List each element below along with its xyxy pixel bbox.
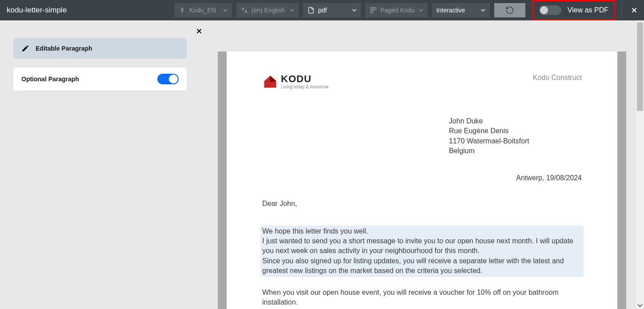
page-background: KODU Living today & tomorrow Kodu Constr…	[218, 52, 626, 309]
house-icon	[262, 74, 278, 90]
divider	[621, 3, 622, 17]
chevron-down-icon	[352, 8, 356, 12]
format-dropdown-label: pdf	[318, 7, 327, 14]
recipient-city: 1170 Watermael-Boitsfort	[449, 136, 582, 146]
editable-paragraph-content[interactable]: We hope this letter finds you well. I ju…	[260, 226, 584, 277]
date-line: Antwerp, 19/08/2024	[262, 174, 582, 182]
mode-dropdown[interactable]: Interactive	[432, 3, 490, 17]
undo-icon	[505, 6, 514, 15]
chevron-down-icon	[290, 8, 294, 12]
scrollbar-thumb[interactable]	[637, 22, 643, 111]
sidebar: Editable Paragraph Optional Paragraph	[0, 20, 200, 309]
editable-paragraph-card[interactable]: Editable Paragraph	[13, 38, 187, 59]
mode-dropdown-label: Interactive	[436, 7, 465, 14]
language-dropdown-label: (en) English	[252, 7, 285, 14]
language-dropdown[interactable]: (en) English	[236, 3, 299, 17]
chevron-down-icon	[419, 8, 423, 12]
document-title: kodu-letter-simple	[4, 6, 67, 15]
translate-icon	[241, 7, 248, 14]
pin-icon	[179, 7, 186, 14]
close-icon	[630, 6, 638, 14]
logo: KODU Living today & tomorrow	[262, 74, 328, 90]
close-button[interactable]	[629, 5, 640, 16]
optional-paragraph-label: Optional Paragraph	[21, 75, 79, 83]
chevron-down-icon	[223, 8, 228, 12]
optional-paragraph-content: When you visit our open house event, you…	[262, 288, 582, 308]
scrollbar[interactable]	[636, 20, 644, 309]
pencil-icon	[21, 44, 29, 52]
chevron-down-icon[interactable]	[637, 303, 643, 308]
svg-rect-0	[371, 8, 373, 10]
engine-dropdown-label: Paged Kodu	[380, 7, 415, 14]
brand-dropdown[interactable]: Kodu_EN	[174, 3, 232, 17]
svg-rect-1	[374, 8, 376, 10]
editable-paragraph-label: Editable Paragraph	[36, 45, 92, 52]
logo-text: KODU	[281, 74, 328, 84]
recipient-street: Rue Eugène Denis	[449, 126, 582, 136]
layout-icon	[370, 7, 377, 14]
file-icon	[308, 7, 315, 14]
svg-rect-2	[371, 11, 373, 13]
recipient-name: John Duke	[449, 116, 582, 126]
format-dropdown[interactable]: pdf	[303, 3, 361, 17]
page: KODU Living today & tomorrow Kodu Constr…	[227, 52, 617, 309]
main-area: Editable Paragraph Optional Paragraph KO…	[0, 20, 644, 309]
undo-button[interactable]	[494, 3, 525, 17]
engine-dropdown[interactable]: Paged Kodu	[365, 3, 428, 17]
view-as-pdf-toggle[interactable]	[539, 5, 561, 15]
toolbar: kodu-letter-simple Kodu_EN (en) English …	[0, 0, 644, 20]
chevron-down-icon	[481, 8, 485, 12]
greeting: Dear John,	[262, 200, 582, 208]
optional-paragraph-toggle[interactable]	[157, 74, 179, 84]
document-viewport[interactable]: KODU Living today & tomorrow Kodu Constr…	[200, 20, 644, 309]
optional-paragraph-card: Optional Paragraph	[13, 67, 187, 91]
recipient-country: Belgium	[449, 146, 582, 156]
logo-tagline: Living today & tomorrow	[281, 85, 328, 89]
view-as-pdf-label: View as PDF	[568, 6, 608, 14]
view-as-pdf-highlight: View as PDF	[532, 0, 615, 20]
company-name: Kodu Construct	[533, 74, 582, 82]
address-block: John Duke Rue Eugène Denis 1170 Watermae…	[449, 116, 582, 156]
brand-dropdown-label: Kodu_EN	[189, 7, 216, 14]
